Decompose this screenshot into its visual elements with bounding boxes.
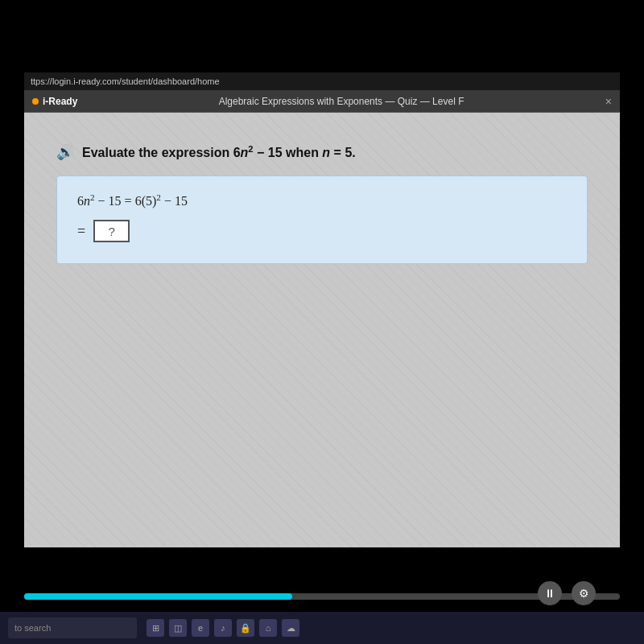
variable-n2: n	[322, 146, 330, 159]
answer-placeholder: ?	[108, 225, 114, 238]
brand-logo: i-Ready	[32, 96, 77, 107]
pause-button[interactable]: ⏸	[538, 581, 562, 605]
settings-icon: ⚙	[579, 587, 589, 600]
close-button[interactable]: ×	[605, 95, 612, 108]
taskbar: to search ⊞ ◫ e ♪ 🔒 ⌂ ☁	[0, 612, 644, 644]
brand-dot	[32, 98, 39, 105]
quiz-container: 🔊 Evaluate the expression 6n2 − 15 when …	[40, 127, 604, 280]
progress-bar-container	[24, 593, 620, 600]
taskbar-icon-edge[interactable]: e	[192, 619, 209, 637]
settings-button[interactable]: ⚙	[572, 581, 596, 605]
taskbar-icon-home[interactable]: ⌂	[259, 619, 277, 637]
taskbar-icon-windows[interactable]: ⊞	[147, 619, 164, 637]
taskbar-icons: ⊞ ◫ e ♪ 🔒 ⌂ ☁	[147, 619, 299, 637]
taskbar-icon-multiwindow[interactable]: ◫	[169, 619, 187, 637]
exponent-2: 2	[248, 144, 253, 154]
brand-name: i-Ready	[43, 96, 77, 107]
taskbar-icon-cloud[interactable]: ☁	[282, 619, 299, 637]
taskbar-icon-music[interactable]: ♪	[214, 619, 232, 637]
search-placeholder: to search	[14, 623, 51, 633]
answer-line: = ?	[77, 220, 567, 242]
tab-title: Algebraic Expressions with Exponents — Q…	[77, 96, 605, 107]
speaker-icon[interactable]: 🔊	[56, 143, 74, 161]
taskbar-icon-lock[interactable]: 🔒	[237, 619, 254, 637]
browser-tab-bar: i-Ready Algebraic Expressions with Expon…	[24, 90, 620, 113]
work-box: 6n2 − 15 = 6(5)2 − 15 = ?	[56, 175, 588, 264]
equals-sign: =	[77, 223, 85, 240]
url-text: ttps://login.i-ready.com/student/dashboa…	[31, 76, 220, 86]
nav-controls: ⏸ ⚙	[538, 581, 596, 605]
answer-box[interactable]: ?	[93, 220, 130, 242]
equation-line: 6n2 − 15 = 6(5)2 − 15	[77, 192, 567, 208]
search-bar[interactable]: to search	[8, 617, 137, 638]
progress-bar-fill	[24, 593, 292, 600]
pause-icon: ⏸	[544, 587, 555, 600]
question-header: 🔊 Evaluate the expression 6n2 − 15 when …	[56, 143, 588, 161]
address-bar: ttps://login.i-ready.com/student/dashboa…	[24, 72, 620, 90]
question-text: Evaluate the expression 6n2 − 15 when n …	[82, 144, 356, 160]
variable-n: n	[241, 146, 249, 159]
